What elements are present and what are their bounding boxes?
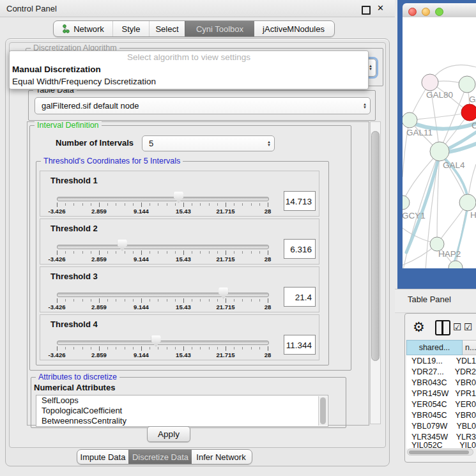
table-row[interactable]: YDR27...YDR2: [406, 366, 476, 377]
traffic-minimize-icon[interactable]: [422, 8, 430, 16]
tab-cyni-toolbox[interactable]: Cyni Toolbox: [185, 21, 254, 36]
threshold-slider-track[interactable]: [57, 293, 269, 297]
attribute-list-item[interactable]: TopologicalCoefficient: [36, 406, 328, 416]
table-row[interactable]: YDL19...YDL1: [406, 355, 476, 366]
tick-mark: [251, 203, 252, 206]
tick-mark: [57, 298, 58, 303]
tab-impute-data[interactable]: Impute Data: [77, 450, 128, 464]
tick-mark: [141, 346, 142, 351]
tick-mark: [192, 251, 192, 254]
network-icon: [62, 24, 70, 33]
tick-label: 28: [265, 256, 272, 263]
column-header-shared[interactable]: shared...: [406, 340, 463, 355]
dropdown-prompt[interactable]: Select algorithm to view settings: [10, 51, 368, 63]
horizontal-scrollbar[interactable]: [407, 449, 473, 456]
tick-mark: [133, 203, 134, 206]
threshold-slider-knob[interactable]: [219, 288, 228, 299]
tick-mark: [167, 299, 167, 302]
table-row[interactable]: YBR045CYBR0: [406, 410, 476, 420]
tick-mark: [65, 347, 66, 349]
tab-discretize-data[interactable]: Discretize Data: [128, 450, 192, 464]
tick-mark: [175, 203, 176, 206]
apply-button[interactable]: Apply: [147, 426, 190, 442]
control-panel-tabbar: NetworkStyleSelectCyni ToolboxjActiveMNo…: [53, 20, 335, 37]
tick-mark: [125, 299, 125, 302]
tick-label: 21.715: [216, 303, 234, 311]
tab-jactivemnodules[interactable]: jActiveMNodules: [254, 21, 333, 36]
traffic-zoom-icon[interactable]: [435, 8, 443, 16]
vertical-scrollbar-thumb[interactable]: [371, 131, 380, 361]
network-node-node-top-right[interactable]: [459, 76, 475, 93]
cell-name: YBL0: [454, 422, 476, 431]
split-pane-icon[interactable]: [435, 320, 450, 335]
network-node-H-node[interactable]: [459, 194, 476, 211]
number-of-intervals-label: Number of Intervals: [56, 138, 134, 148]
threshold-value-field[interactable]: 14.713: [284, 191, 316, 211]
cell-shared-name: YLR345W: [406, 433, 454, 441]
table-row[interactable]: YBR043CYBR0: [406, 377, 476, 388]
float-icon[interactable]: [362, 6, 371, 15]
numerical-attributes-label: Numerical Attributes: [34, 383, 115, 392]
network-node-GAL80-neighbor-pink[interactable]: [422, 74, 438, 91]
threshold-row: Threshold 4-3.4262.8599.14415.4321.71528…: [40, 314, 319, 360]
network-window-titlebar: [403, 3, 476, 18]
network-node-node-red-selected[interactable]: [461, 104, 476, 121]
tick-mark: [259, 299, 260, 302]
table-row[interactable]: YER054CYER0: [406, 399, 476, 410]
tick-mark: [217, 203, 218, 206]
network-node-GAL4-node[interactable]: [430, 142, 449, 161]
column-header-name[interactable]: n...: [463, 340, 476, 355]
network-node-GCY1-node[interactable]: [403, 196, 410, 210]
threshold-label: Threshold 3: [50, 272, 98, 281]
network-node-label: GAL4: [443, 160, 465, 170]
network-node-GAL11-node[interactable]: [403, 112, 417, 128]
table-row[interactable]: YIL052CYIL0: [406, 442, 476, 449]
checkbox-icon[interactable]: ☑: [453, 321, 461, 333]
tick-mark: [125, 347, 125, 349]
tab-infer-network[interactable]: Infer Network: [192, 450, 250, 464]
threshold-slider-track[interactable]: [57, 245, 269, 249]
screen: Control Panel ✕ NetworkStyleSelectCyni T…: [0, 0, 476, 476]
dropdown-option[interactable]: Manual Discretization: [10, 63, 368, 75]
threshold-value-field[interactable]: 6.316: [284, 239, 316, 259]
threshold-value-field[interactable]: 11.344: [284, 335, 316, 355]
table-row[interactable]: YPR145WYPR1: [406, 388, 476, 399]
threshold-row: Threshold 1-3.4262.8599.14415.4321.71528…: [40, 171, 319, 217]
tab-select[interactable]: Select: [149, 21, 185, 36]
attribute-list-item[interactable]: BetweennessCentrality: [36, 416, 328, 426]
tab-network[interactable]: Network: [54, 21, 112, 36]
tick-mark: [251, 251, 252, 254]
tick-mark: [91, 203, 91, 206]
threshold-slider-knob[interactable]: [118, 240, 127, 251]
table-data-group: Table Data galFiltered.sif default node …: [28, 90, 376, 121]
numerical-attributes-list[interactable]: SelfLoopsTopologicalCoefficientBetweenne…: [36, 395, 328, 427]
threshold-slider-track[interactable]: [57, 341, 269, 345]
checkbox-icon[interactable]: ☑: [464, 321, 472, 333]
tick-mark: [107, 299, 108, 302]
traffic-close-icon[interactable]: [408, 8, 417, 16]
threshold-slider-track[interactable]: [57, 197, 269, 201]
tick-label: 9.144: [134, 351, 149, 358]
number-of-intervals-select[interactable]: 5 ▲▼: [142, 135, 275, 151]
close-icon[interactable]: ✕: [377, 3, 384, 13]
gear-icon[interactable]: ⚙: [413, 319, 425, 335]
table-data-select[interactable]: galFiltered.sif default node ▲▼: [35, 97, 371, 114]
tab-style[interactable]: Style: [112, 21, 149, 36]
dropdown-option[interactable]: Equal Width/Frequency Discretization: [10, 75, 368, 88]
tick-mark: [183, 346, 184, 351]
tick-label: 2.859: [91, 208, 107, 215]
tick-mark: [150, 299, 150, 302]
tick-mark: [107, 347, 108, 349]
table-row[interactable]: YBL079WYBL0: [406, 420, 476, 431]
tick-mark: [82, 347, 83, 349]
network-canvas[interactable]: GAL80GACGAL11GAL4GCY1HHAP2: [403, 17, 476, 268]
threshold-slider-knob[interactable]: [151, 335, 161, 347]
cell-shared-name: YDR27...: [406, 367, 452, 376]
table-row[interactable]: YLR345WYLR3: [406, 431, 476, 442]
threshold-value-field[interactable]: 21.4: [284, 287, 316, 307]
threshold-slider-knob[interactable]: [174, 192, 183, 203]
attribute-list-item[interactable]: SelfLoops: [36, 395, 328, 406]
horizontal-scrollbar-thumb[interactable]: [409, 450, 469, 454]
algorithm-dropdown-popup: Select algorithm to view settings Manual…: [9, 50, 369, 89]
attributes-list-scrollbar[interactable]: [318, 396, 327, 426]
